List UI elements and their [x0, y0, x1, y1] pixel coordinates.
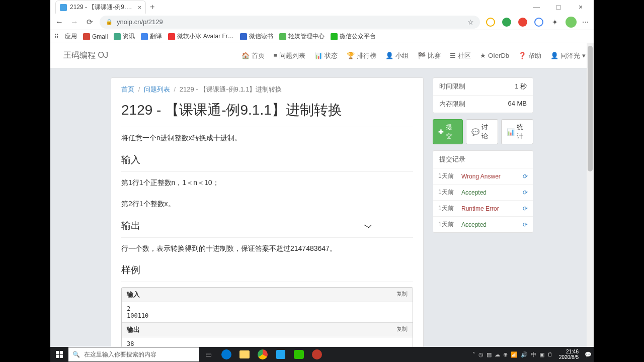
extension-icon-2[interactable] — [501, 17, 512, 28]
breadcrumb: 首页 / 问题列表 / 2129 - 【课课通-例9.1.1】进制转换 — [121, 85, 413, 94]
limit-mem-value: 64 MB — [508, 100, 527, 109]
problem-title: 2129 - 【课课通-例9.1.1】进制转换 — [121, 100, 413, 120]
submission-row[interactable]: 1天前Accepted⟳ — [433, 217, 533, 232]
search-icon: 🔍 — [72, 351, 80, 358]
submission-row[interactable]: 1天前Accepted⟳ — [433, 185, 533, 201]
tray-notifications-icon[interactable]: 💬 — [585, 351, 592, 358]
site-brand[interactable]: 王码编程 OJ — [63, 50, 108, 61]
bookmark-item[interactable]: Gmail — [83, 33, 108, 40]
window-titlebar: 2129 - 【课课通-例9.1.1】进制… × + — □ × — [50, 0, 594, 14]
nav-community[interactable]: ☰ 社区 — [450, 51, 471, 60]
refresh-icon[interactable]: ⟳ — [523, 189, 528, 196]
tray-icon[interactable]: ▤ — [487, 351, 492, 358]
nav-home[interactable]: 🏠 首页 — [242, 51, 265, 60]
bookmark-item[interactable]: 应用 — [65, 32, 77, 41]
limit-time-value: 1 秒 — [515, 82, 527, 91]
refresh-icon[interactable]: ⟳ — [523, 205, 528, 212]
breadcrumb-list[interactable]: 问题列表 — [144, 85, 170, 93]
problem-description: 将任意一个n进制整数x转换成十进制。 — [121, 132, 413, 144]
site-navbar: 王码编程 OJ 🏠 首页 ≡ 问题列表 📊 状态 🏆 排行榜 👤 小组 🏁 比赛… — [50, 43, 594, 68]
task-view-icon[interactable]: ▭ — [199, 347, 217, 362]
nav-status[interactable]: 📊 状态 — [314, 51, 338, 60]
tray-icon[interactable]: ⊕ — [503, 351, 508, 358]
submission-status: Wrong Answer — [461, 173, 519, 180]
start-button[interactable] — [50, 347, 68, 362]
bookmark-item[interactable]: 微信读书 — [240, 32, 273, 41]
submission-row[interactable]: 1天前Runtime Error⟳ — [433, 201, 533, 217]
bookmark-item[interactable]: 轻媒管理中心 — [279, 32, 325, 41]
address-bar: ← → ⟳ 🔒 ynoip.cn/p/2129 ☆ ✦ ⋮ — [50, 14, 594, 30]
tray-ime-icon[interactable]: 中 — [531, 351, 536, 358]
window-minimize-button[interactable]: — — [525, 3, 547, 11]
taskbar-vscode-icon[interactable] — [272, 347, 290, 362]
taskbar-clock[interactable]: 21:46 2020/8/5 — [556, 349, 582, 360]
new-tab-button[interactable]: + — [150, 3, 154, 12]
nav-rank[interactable]: 🏆 排行榜 — [347, 51, 376, 60]
discuss-button[interactable]: 💬 讨论 — [466, 119, 498, 144]
bookmarks-bar: ⠿ 应用 Gmail 资讯 翻译 微软小冰 Avatar Fr… 微信读书 轻媒… — [50, 30, 594, 43]
taskbar-edge-icon[interactable] — [217, 347, 235, 362]
nav-oierdb[interactable]: ★ OIerDb — [480, 51, 509, 60]
url-input[interactable]: 🔒 ynoip.cn/p/2129 ☆ — [100, 16, 480, 29]
scrollbar[interactable] — [587, 43, 594, 362]
submit-button[interactable]: ✚ 提交 — [433, 119, 463, 144]
tray-wifi-icon[interactable]: 📶 — [511, 351, 518, 358]
breadcrumb-current: 2129 - 【课课通-例9.1.1】进制转换 — [180, 85, 282, 93]
bookmark-item[interactable]: 微软小冰 Avatar Fr… — [168, 32, 233, 41]
apps-icon[interactable]: ⠿ — [54, 33, 59, 40]
taskbar-search[interactable]: 🔍在这里输入你要搜索的内容 — [68, 347, 199, 361]
breadcrumb-home[interactable]: 首页 — [121, 85, 134, 93]
input-text-1: 第1行1个正整数n，1＜n＜10； — [121, 177, 413, 189]
bookmark-star-icon[interactable]: ☆ — [467, 18, 474, 26]
taskbar-explorer-icon[interactable] — [235, 347, 254, 362]
nav-help[interactable]: ❓ 帮助 — [518, 51, 541, 60]
back-button[interactable]: ← — [54, 18, 64, 27]
submission-time: 1天前 — [438, 204, 457, 213]
bookmark-item[interactable]: 微信公众平台 — [331, 32, 376, 41]
tray-icon[interactable]: ☁ — [495, 351, 500, 358]
tray-up-icon[interactable]: ˄ — [472, 351, 475, 358]
profile-avatar[interactable] — [566, 17, 577, 28]
nav-problems[interactable]: ≡ 问题列表 — [274, 51, 306, 60]
bookmark-item[interactable]: 资讯 — [114, 32, 135, 41]
stats-button[interactable]: 📊 统计 — [501, 119, 533, 144]
lock-icon: 🔒 — [106, 19, 113, 25]
tray-icon[interactable]: 🗒 — [547, 351, 553, 357]
sample-input-label: 输入 — [127, 290, 140, 299]
bookmark-item[interactable]: 翻译 — [141, 32, 162, 41]
input-text-2: 第2行1个整数x。 — [121, 198, 413, 210]
window-close-button[interactable]: × — [570, 3, 592, 11]
forward-button[interactable]: → — [69, 18, 79, 27]
limit-mem-label: 内存限制 — [439, 100, 508, 109]
submission-row[interactable]: 1天前Wrong Answer⟳ — [433, 168, 533, 185]
side-panel: 时间限制1 秒 内存限制64 MB ✚ 提交 💬 讨论 📊 统计 提交记录 1天… — [433, 77, 533, 362]
submission-status: Accepted — [461, 189, 519, 196]
url-text: ynoip.cn/p/2129 — [117, 18, 467, 26]
taskbar-app-icon[interactable] — [308, 347, 326, 362]
refresh-icon[interactable]: ⟳ — [523, 221, 528, 228]
nav-contest[interactable]: 🏁 比赛 — [418, 51, 441, 60]
submissions-panel: 提交记录 1天前Wrong Answer⟳1天前Accepted⟳1天前Runt… — [433, 150, 533, 233]
refresh-icon[interactable]: ⟳ — [523, 173, 528, 180]
extension-icon-1[interactable] — [485, 17, 496, 28]
submission-time: 1天前 — [438, 220, 457, 229]
copy-input-button[interactable]: 复制 — [396, 290, 408, 299]
extension-icon-4[interactable] — [533, 17, 544, 28]
window-maximize-button[interactable]: □ — [547, 3, 570, 11]
tray-volume-icon[interactable]: 🔊 — [521, 351, 528, 358]
reload-button[interactable]: ⟳ — [85, 18, 95, 27]
taskbar-chrome-icon[interactable] — [254, 347, 272, 362]
scroll-thumb[interactable] — [588, 46, 593, 171]
extensions-puzzle-icon[interactable]: ✦ — [549, 17, 560, 28]
tray-icon[interactable]: ◷ — [478, 351, 484, 358]
submission-time: 1天前 — [438, 188, 457, 197]
extension-icon-3[interactable] — [517, 17, 528, 28]
copy-output-button[interactable]: 复制 — [396, 325, 408, 334]
chrome-menu-icon[interactable]: ⋮ — [582, 19, 590, 26]
browser-tab[interactable]: 2129 - 【课课通-例9.1.1】进制… × — [55, 1, 146, 14]
nav-group[interactable]: 👤 小组 — [385, 51, 409, 60]
nav-user[interactable]: 👤 同泽光 ▾ — [550, 51, 586, 60]
taskbar-wechat-icon[interactable] — [290, 347, 308, 362]
tab-close-icon[interactable]: × — [138, 4, 141, 11]
tray-icon[interactable]: ▣ — [539, 351, 544, 358]
